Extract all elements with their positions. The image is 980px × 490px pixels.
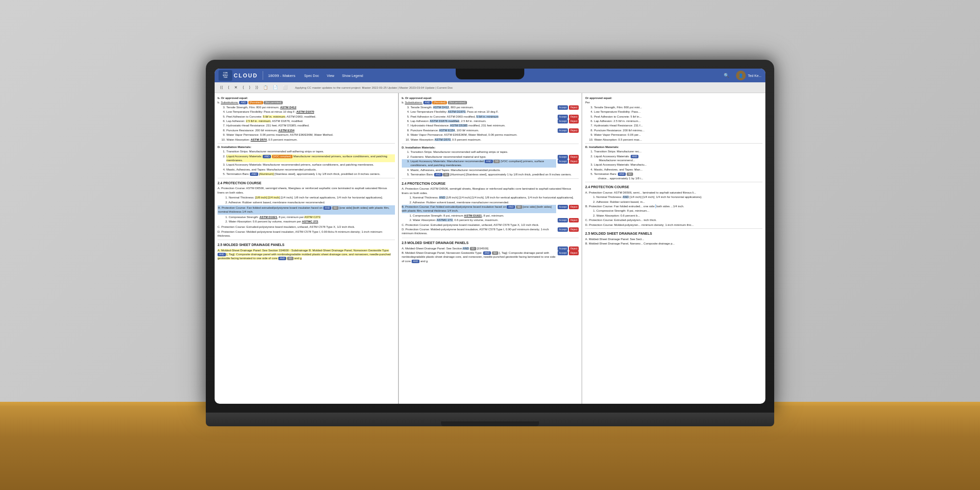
- right-section-d: D. Installation Materials:: [585, 145, 762, 149]
- left-2-4-b-1: 1. Compressive Strength: ASTM D1621, 8 p…: [218, 215, 395, 219]
- toolbar-btn-fwd[interactable]: ⟩: [247, 85, 252, 90]
- left-item-7: 7. Hydrostatic-Head Resistance: 231 feet…: [218, 123, 395, 127]
- toolbar-btn-doc[interactable]: 📄: [271, 85, 279, 90]
- reject-btn-b2[interactable]: Reject: [569, 218, 579, 222]
- reject-btn-6[interactable]: Reject: [569, 119, 579, 123]
- accept-btn-5[interactable]: Accept: [558, 115, 568, 119]
- nav-brand: CLOUD: [234, 73, 258, 78]
- left-2-4-b: B. Protection Course: Fan folded extrude…: [218, 205, 395, 215]
- mid-tag-not-permitted: [Not permitted]: [448, 101, 467, 104]
- left-column: b. Or approved equal: b. Substitutions: …: [215, 93, 398, 404]
- reject-btn-d2[interactable]: Reject: [569, 155, 579, 159]
- left-d-4: 4. Mastic, Adhesives, and Tapes: Manufac…: [218, 168, 395, 172]
- scene: CONSPECTUS CLOUD 18099 - Makers Spec Doc…: [0, 0, 980, 490]
- project-title: 18099 - Makers: [268, 74, 295, 78]
- left-2-4-a: A. Protection Course: ASTM D6506, semiri…: [218, 186, 395, 195]
- toolbar-btn-prev[interactable]: ⟨: [226, 85, 231, 90]
- mid-item-6: 6. Lap Adhesion: ASTM D1876 modified, 2.…: [402, 119, 556, 123]
- accept-btn-d3[interactable]: Accept: [558, 159, 568, 164]
- reject-btn-3[interactable]: Reject: [569, 105, 579, 110]
- reject-btn-5[interactable]: Reject: [569, 115, 579, 119]
- left-item-5: 5. Peel Adhesion to Concrete: 5 lbf in. …: [218, 115, 395, 119]
- toolbar-btn-square[interactable]: ⬜: [281, 85, 289, 90]
- mid-item-5: 5. Peel Adhesion to Concrete: ASTM D903 …: [402, 115, 556, 119]
- reject-btn-d[interactable]: Reject: [569, 227, 579, 232]
- toolbar-btn-copy[interactable]: 📋: [262, 85, 270, 90]
- mid-2-4-b-2: 2. Water Absorption: ASTMC 272, 0.6 perc…: [402, 218, 556, 222]
- left-item-4: 4. Low-Temperature Flexibility: Pass at …: [218, 110, 395, 114]
- toolbar-btn-close[interactable]: ✕: [233, 85, 239, 90]
- mid-2-4-b-1: 1. Compressive Strength: 8 psi, minimum …: [402, 214, 579, 218]
- tag-and-2: AND: [263, 155, 271, 158]
- left-header: b. Or approved equal:: [218, 96, 395, 100]
- mid-item-8-row: 8. Puncture Resistance: ASTM E154, 100 l…: [402, 128, 579, 133]
- left-sub-header: b. Substitutions: AND [Permitted] [Not p…: [218, 100, 395, 104]
- left-2-4-d: D. Protection Course: Molded-polystyrene…: [218, 230, 395, 238]
- accept-btn-6[interactable]: Accept: [558, 119, 568, 123]
- mid-2-4-d: D. Protection Course: Molded-polystyrene…: [402, 227, 556, 236]
- screen-bezel: CONSPECTUS CLOUD 18099 - Makers Spec Doc…: [215, 69, 765, 404]
- right-per: Per: [585, 100, 762, 104]
- spec-doc-btn[interactable]: Spec Doc: [302, 73, 321, 78]
- main-content: b. Or approved equal: b. Substitutions: …: [215, 93, 765, 404]
- right-header: Or approved equal:: [585, 96, 762, 100]
- right-2-4-c: C. Protection Course: Extruded-polystyre…: [585, 218, 762, 222]
- right-item-10: 10. Water Absorption: 0.5 percent max...: [585, 138, 762, 142]
- accept-btn-b[interactable]: Accept: [558, 205, 568, 209]
- reject-btn-d3[interactable]: Reject: [569, 159, 579, 164]
- toolbar-btn-last[interactable]: ⟩⟩: [254, 85, 260, 90]
- right-2-4-b-1: 1. Compressive Strength: 8 psi, minimum.…: [585, 209, 762, 213]
- tag-and-3: AND: [250, 172, 258, 176]
- mid-section-d: D. Installation Materials:: [402, 146, 579, 149]
- mid-item-5-row: 5. Peel Adhesion to Concrete: ASTM D903 …: [402, 115, 579, 119]
- left-d-5: 5. Termination Bars: AND [Aluminum] [Sta…: [218, 172, 395, 176]
- reject-btn-2-5-a[interactable]: Reject: [569, 246, 579, 251]
- accept-btn-b2[interactable]: Accept: [558, 218, 568, 222]
- right-d-4: 4. Mastic, Adhesives, and Tapes: Man...: [585, 168, 762, 172]
- mid-d-4: 4. Mastic, Adhesives, and Tapes: Manufac…: [402, 168, 579, 172]
- view-btn[interactable]: View: [325, 73, 336, 78]
- left-item-10: 10. Water Absorption: ASTM D570, 0.5 per…: [218, 138, 395, 142]
- right-2-4-b-2: 2. Water Absorption: 0.6 percent b...: [585, 214, 762, 218]
- mid-2-4-b: B. Protection Course: Fan folded extrude…: [402, 205, 556, 213]
- left-d-3: 3. Liquid Accessory Materials: Manufactu…: [218, 163, 395, 167]
- left-2-4-a-1: 1. Nominal Thickness: [1/8 inch] [1/4 in…: [218, 196, 395, 199]
- accept-btn-d2[interactable]: Accept: [558, 155, 568, 159]
- right-item-9: 9. Water Vapor Permeance: 0.06 per...: [585, 133, 762, 137]
- show-legend-btn[interactable]: Show Legend: [340, 73, 365, 78]
- accept-btn-2-5-b[interactable]: Accept: [558, 251, 568, 255]
- right-d-1: 1. Transition Strips: Manufacturer rec..…: [585, 149, 762, 153]
- left-item-6: 6. Lap Adhesion: 2.5 lbf in. minimum; AS…: [218, 119, 395, 123]
- right-d-3: 3. Liquid Accessory Materials: Manufactu…: [585, 163, 762, 167]
- mid-2-4-b-row: B. Protection Course: Fan folded extrude…: [402, 205, 579, 214]
- mid-item-9-row: 9. Water Vapor Permeance: ASTM E96/E96M,…: [402, 133, 579, 137]
- tag-voc: [VOC compliant]: [272, 155, 293, 158]
- mid-item-8: 8. Puncture Resistance: ASTM E154, 100 l…: [402, 128, 556, 132]
- accept-btn-2-5-a[interactable]: Accept: [558, 246, 568, 251]
- search-icon[interactable]: 🔍: [724, 73, 729, 78]
- mid-d-5: 5. Termination Bars: AND SD [Aluminum] […: [402, 172, 579, 176]
- left-2-5-header: 2.5 MOLDED SHEET DRAINAGE PANELS: [218, 243, 395, 247]
- accept-btn-3[interactable]: Accept: [558, 105, 568, 110]
- logo-text: CONSPECTUS: [223, 72, 228, 78]
- mid-item-4: 4. Low-Temperature Flexibility: ASTM D19…: [402, 110, 579, 114]
- right-2-5-header: 2.5 MOLDED SHEET DRAINAGE PANELS: [585, 231, 762, 236]
- mid-header: b. Or approved equal:: [402, 96, 579, 100]
- accept-btn-8[interactable]: Accept: [558, 128, 568, 133]
- left-2-4-c: C. Protection Course: Extruded-polystyre…: [218, 225, 395, 229]
- reject-btn-8[interactable]: Reject: [569, 128, 579, 133]
- mid-2-4-d-row: D. Protection Course: Molded-polystyrene…: [402, 227, 579, 236]
- reject-btn-2-5-b[interactable]: Reject: [569, 251, 579, 255]
- toolbar-btn-back[interactable]: ⟨: [241, 85, 245, 90]
- right-2-5-a: A. Molded-Sheet Drainage Panel: See Sect…: [585, 237, 762, 241]
- left-item-8: 8. Puncture Resistance: 200 lbf minimum;…: [218, 128, 395, 132]
- left-2-5-a: A. Molded-Sheet Drainage Panel: See Sect…: [218, 249, 309, 252]
- accept-btn-d[interactable]: Accept: [558, 227, 568, 232]
- mid-item-3-row: 3. Tensile Strength: ASTM D412, 800 psi …: [402, 105, 579, 110]
- reject-btn-b[interactable]: Reject: [569, 205, 579, 209]
- user-menu[interactable]: 👤 Ted Ke...: [736, 71, 761, 80]
- left-item-9: 9. Water Vapor Permeance: 0.06 perms max…: [218, 133, 395, 137]
- toolbar-btn-first[interactable]: ⟨⟨: [219, 85, 224, 90]
- mid-2-4-b-2-row: 2. Water Absorption: ASTMC 272, 0.6 perc…: [402, 218, 579, 222]
- mid-2-4-a-1: 1. Nominal Thickness: AND [1/8 inch] [1/…: [402, 196, 579, 199]
